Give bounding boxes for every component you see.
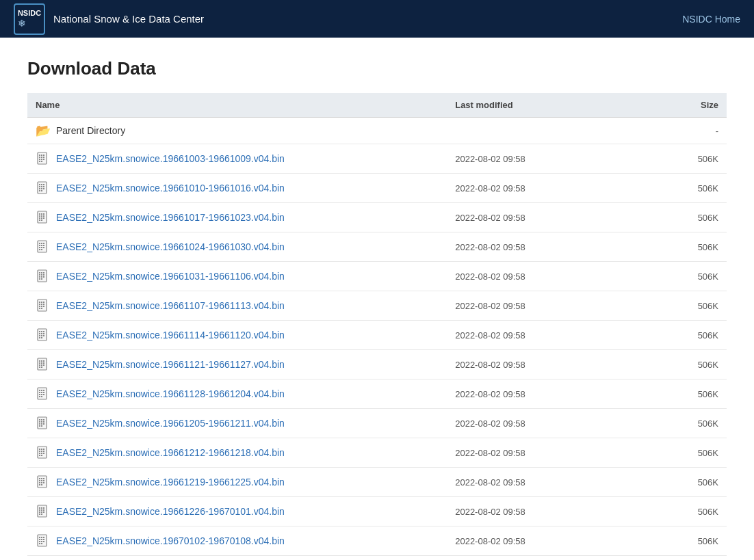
svg-rect-58 xyxy=(39,278,40,280)
file-link[interactable]: EASE2_N25km.snowice.19661024-19661030.v0… xyxy=(36,239,439,254)
svg-rect-112 xyxy=(39,421,40,423)
svg-rect-79 xyxy=(39,335,40,336)
file-size: 506K xyxy=(698,242,718,252)
file-link[interactable]: EASE2_N25km.snowice.19661010-19661016.v0… xyxy=(36,181,439,196)
file-icon xyxy=(36,475,51,490)
svg-rect-72 xyxy=(38,329,47,341)
svg-rect-10 xyxy=(39,161,40,162)
svg-rect-75 xyxy=(43,331,44,332)
svg-rect-129 xyxy=(43,453,44,454)
svg-rect-16 xyxy=(39,186,40,187)
svg-rect-29 xyxy=(41,215,42,217)
svg-rect-116 xyxy=(41,423,42,425)
svg-rect-94 xyxy=(39,366,40,368)
svg-rect-85 xyxy=(39,360,40,362)
svg-rect-69 xyxy=(43,306,44,307)
svg-rect-119 xyxy=(41,425,42,427)
svg-rect-100 xyxy=(39,392,40,393)
file-modified: 2022-08-02 09:58 xyxy=(455,301,525,311)
file-link[interactable]: EASE2_N25km.snowice.19661226-19670101.v0… xyxy=(36,504,439,519)
file-link[interactable]: EASE2_N25km.snowice.19661017-19661023.v0… xyxy=(36,210,439,225)
file-size: 506K xyxy=(698,507,718,517)
file-size: 506K xyxy=(698,330,718,341)
file-link[interactable]: EASE2_N25km.snowice.19670102-19670108.v0… xyxy=(36,533,439,548)
table-row: EASE2_N25km.snowice.19661226-19670101.v0… xyxy=(27,497,727,526)
file-size: 506K xyxy=(698,154,718,164)
table-row: EASE2_N25km.snowice.19661114-19661120.v0… xyxy=(27,321,727,350)
svg-rect-122 xyxy=(41,449,42,450)
table-row: EASE2_N25km.snowice.19661205-19661211.v0… xyxy=(27,409,727,438)
file-name: EASE2_N25km.snowice.19661226-19670101.v0… xyxy=(56,506,285,517)
svg-rect-81 xyxy=(43,335,44,336)
svg-rect-104 xyxy=(41,394,42,395)
svg-rect-66 xyxy=(43,304,44,305)
svg-rect-49 xyxy=(39,272,40,274)
svg-rect-61 xyxy=(39,302,40,303)
svg-rect-31 xyxy=(39,217,40,219)
svg-rect-60 xyxy=(38,299,47,311)
svg-rect-118 xyxy=(39,425,40,427)
file-modified: 2022-08-02 09:58 xyxy=(455,154,525,164)
file-name: EASE2_N25km.snowice.19661003-19661009.v0… xyxy=(56,153,285,164)
file-name: EASE2_N25km.snowice.19661010-19661016.v0… xyxy=(56,183,285,194)
file-name: EASE2_N25km.snowice.19661024-19661030.v0… xyxy=(56,241,285,252)
svg-rect-89 xyxy=(41,362,42,364)
svg-rect-6 xyxy=(43,157,44,158)
file-modified: 2022-08-02 09:58 xyxy=(455,418,525,429)
svg-rect-161 xyxy=(41,539,42,540)
svg-rect-125 xyxy=(41,451,42,452)
file-size: 506K xyxy=(698,301,718,311)
file-link[interactable]: EASE2_N25km.snowice.19661121-19661127.v0… xyxy=(36,357,439,372)
svg-rect-165 xyxy=(43,541,44,542)
svg-rect-33 xyxy=(43,217,44,219)
svg-rect-8 xyxy=(41,159,42,160)
file-link[interactable]: EASE2_N25km.snowice.19661114-19661120.v0… xyxy=(36,328,439,343)
svg-rect-7 xyxy=(39,159,40,160)
file-link[interactable]: EASE2_N25km.snowice.19661003-19661009.v0… xyxy=(36,151,439,166)
svg-rect-108 xyxy=(38,417,47,429)
svg-rect-150 xyxy=(43,509,44,511)
svg-rect-80 xyxy=(41,335,42,336)
svg-rect-67 xyxy=(39,306,40,307)
svg-rect-121 xyxy=(39,449,40,450)
svg-rect-26 xyxy=(41,213,42,215)
svg-rect-96 xyxy=(38,388,47,399)
svg-rect-47 xyxy=(41,249,42,250)
svg-rect-146 xyxy=(41,507,42,509)
svg-rect-105 xyxy=(43,394,44,395)
file-icon xyxy=(36,357,51,372)
file-link[interactable]: EASE2_N25km.snowice.19661128-19661204.v0… xyxy=(36,386,439,401)
file-name: EASE2_N25km.snowice.19661107-19661113.v0… xyxy=(56,300,285,311)
file-link[interactable]: EASE2_N25km.snowice.19661031-19661106.v0… xyxy=(36,269,439,284)
file-link[interactable]: EASE2_N25km.snowice.19661107-19661113.v0… xyxy=(36,298,439,313)
file-link[interactable]: EASE2_N25km.snowice.19661205-19661211.v0… xyxy=(36,416,439,431)
table-row: EASE2_N25km.snowice.19661219-19661225.v0… xyxy=(27,468,727,497)
svg-rect-162 xyxy=(43,539,44,540)
parent-directory-link[interactable]: 📂 Parent Directory xyxy=(36,124,439,137)
svg-rect-142 xyxy=(39,484,40,485)
file-icon xyxy=(36,445,51,460)
file-link[interactable]: EASE2_N25km.snowice.19661212-19661218.v0… xyxy=(36,445,439,460)
table-header: Name Last modified Size xyxy=(27,93,727,118)
file-modified: 2022-08-02 09:58 xyxy=(455,477,525,488)
svg-rect-18 xyxy=(43,186,44,187)
file-name: EASE2_N25km.snowice.19661121-19661127.v0… xyxy=(56,359,285,370)
svg-rect-77 xyxy=(41,333,42,334)
file-link[interactable]: EASE2_N25km.snowice.19661219-19661225.v0… xyxy=(36,475,439,490)
nsidc-home-link[interactable]: NSIDC Home xyxy=(682,14,740,25)
svg-rect-167 xyxy=(41,543,42,544)
svg-rect-83 xyxy=(41,337,42,338)
svg-rect-110 xyxy=(41,419,42,421)
svg-rect-28 xyxy=(39,215,40,217)
svg-rect-0 xyxy=(38,152,47,164)
main-content: Download Data Name Last modified Size 📂 … xyxy=(0,38,754,560)
svg-rect-153 xyxy=(43,511,44,513)
table-row: EASE2_N25km.snowice.19670102-19670108.v0… xyxy=(27,526,727,556)
file-name: EASE2_N25km.snowice.19670102-19670108.v0… xyxy=(56,535,285,546)
svg-rect-56 xyxy=(41,276,42,278)
logo-text: NSIDC xyxy=(18,9,41,17)
file-name: EASE2_N25km.snowice.19661212-19661218.v0… xyxy=(56,447,285,458)
col-header-name: Name xyxy=(27,93,447,118)
file-size: 506K xyxy=(698,536,718,546)
file-size: 506K xyxy=(698,271,718,282)
